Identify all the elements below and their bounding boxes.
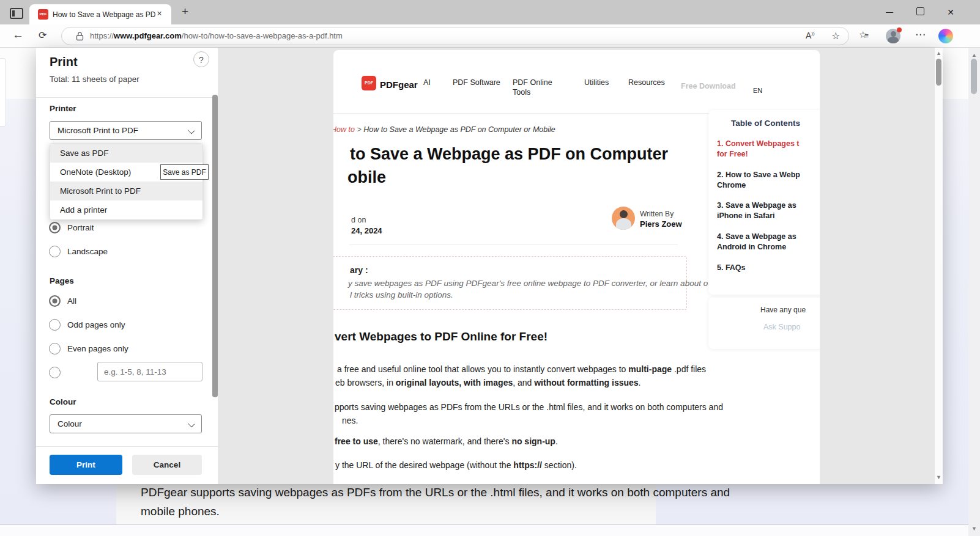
brand-name: PDFgear <box>380 79 418 90</box>
nav-item-pdf-online-tools-2[interactable]: Tools <box>513 88 530 97</box>
paragraph-line: nes. <box>342 416 358 425</box>
pages-all-label[interactable]: All <box>67 296 76 306</box>
preview-scrollbar[interactable]: ▲ ▼ <box>935 48 943 484</box>
preview-scroll-up-icon[interactable]: ▲ <box>935 50 943 56</box>
refresh-button[interactable]: ⟳ <box>39 29 46 41</box>
favorites-lines: ≡ <box>864 32 868 39</box>
new-tab-button[interactable]: + <box>182 5 188 18</box>
browser-tab[interactable]: PDF How to Save a Webpage as PDF [C ✕ <box>29 4 171 24</box>
maximize-button[interactable] <box>907 0 934 24</box>
pages-all-radio[interactable] <box>49 295 61 307</box>
author-name[interactable]: Piers Zoew <box>640 219 682 229</box>
profile-notification-dot <box>897 28 902 32</box>
close-window-button[interactable]: ✕ <box>937 0 964 24</box>
nav-item-resources[interactable]: Resources <box>628 78 665 87</box>
printer-select[interactable]: Microsoft Print to PDF <box>50 121 202 140</box>
nav-free-download[interactable]: Free Download <box>681 82 736 90</box>
nav-item-pdf-software[interactable]: PDF Software <box>453 78 500 87</box>
help-button[interactable]: ? <box>193 51 209 67</box>
dialog-footer-divider <box>36 446 218 447</box>
pages-custom-radio[interactable] <box>49 367 61 378</box>
settings-menu-icon[interactable]: ⋯ <box>915 28 926 41</box>
toc-item-4[interactable]: 4. Save a Webpage as <box>717 232 796 241</box>
dialog-divider <box>36 97 218 98</box>
url-path: /how-to/how-to-save-a-webpage-as-a-pdf.h… <box>182 31 343 40</box>
toc-item-4-line2[interactable]: Android in Chrome <box>717 243 786 251</box>
summary-line1: y save webpages as PDF using PDFgear's f… <box>348 279 722 288</box>
author-avatar <box>612 207 635 230</box>
colour-select[interactable]: Colour <box>50 414 202 433</box>
webpage-bottom-strip <box>0 524 968 536</box>
toc-item-5[interactable]: 5. FAQs <box>717 263 746 272</box>
nav-language[interactable]: EN <box>753 87 762 94</box>
toc-item-2[interactable]: 2. How to Save a Webp <box>717 171 800 179</box>
tab-close-icon[interactable]: ✕ <box>157 10 162 18</box>
portrait-label[interactable]: Portrait <box>67 223 94 232</box>
read-aloud-icon[interactable]: A)) <box>806 31 815 40</box>
nav-item-ai[interactable]: AI <box>423 78 431 87</box>
pages-even-radio[interactable] <box>49 343 61 354</box>
print-dialog-title: Print <box>50 55 78 69</box>
tab-actions-icon[interactable] <box>10 8 23 19</box>
browser-scroll-up-icon[interactable]: ▲ <box>968 52 980 58</box>
printer-option-save-as-pdf[interactable]: Save as PDF <box>50 144 202 163</box>
breadcrumb: How to > How to Save a Webpage as PDF on… <box>333 125 555 134</box>
favorites-bar-icon[interactable]: ☆≡ <box>859 29 869 40</box>
preview-scrollbar-thumb[interactable] <box>936 59 941 86</box>
portrait-radio[interactable] <box>49 222 61 233</box>
print-dialog: Print ? Total: 11 sheets of paper Printe… <box>36 48 218 484</box>
toc-item-3[interactable]: 3. Save a Webpage as <box>717 201 796 210</box>
printer-option-ms-print-to-pdf[interactable]: Microsoft Print to PDF <box>50 182 202 200</box>
read-aloud-letter: A <box>806 31 811 40</box>
save-as-pdf-tooltip: Save as PDF <box>160 164 209 180</box>
page-range-input[interactable] <box>97 362 202 381</box>
printer-dropdown-menu: Save as PDF OneNote (Desktop) Microsoft … <box>50 143 203 220</box>
breadcrumb-howto-link[interactable]: How to <box>333 125 355 134</box>
ask-support-link[interactable]: Ask Suppo <box>763 323 800 331</box>
landscape-label[interactable]: Landscape <box>67 247 108 256</box>
landscape-radio[interactable] <box>49 246 61 257</box>
back-button[interactable]: ← <box>12 28 24 42</box>
url-domain: www.pdfgear.com <box>114 31 182 40</box>
preview-scroll-down-icon[interactable]: ▼ <box>935 474 943 480</box>
toc-item-1[interactable]: 1. Convert Webpages t <box>717 139 800 148</box>
favorite-star-icon[interactable]: ☆ <box>831 30 840 42</box>
toc-item-3-line2[interactable]: iPhone in Safari <box>717 211 774 220</box>
toc-title: Table of Contents <box>731 119 800 128</box>
minimize-button[interactable]: — <box>876 0 903 24</box>
colour-select-value: Colour <box>58 419 82 428</box>
print-preview-modal: PDF PDFgear AI PDF Software PDF Online T… <box>36 48 942 484</box>
browser-scroll-down-icon[interactable]: ▼ <box>968 526 980 532</box>
print-button[interactable]: Print <box>50 455 122 475</box>
article-title-line2: obile <box>347 168 386 187</box>
updated-on-label: d on <box>351 216 366 224</box>
pages-odd-label[interactable]: Odd pages only <box>67 320 125 329</box>
browser-scrollbar-thumb[interactable] <box>971 59 977 94</box>
dialog-scrollbar-thumb[interactable] <box>212 95 218 397</box>
pages-odd-radio[interactable] <box>49 319 61 331</box>
support-question: Have any que <box>760 306 806 314</box>
paragraph-line: y the URL of the desired webpage (withou… <box>335 460 577 470</box>
pages-even-label[interactable]: Even pages only <box>67 344 128 353</box>
printer-option-add-printer[interactable]: Add a printer <box>50 200 202 219</box>
toc-item-1-line2[interactable]: for Free! <box>717 150 748 158</box>
section-heading: vert Webpages to PDF Online for Free! <box>335 330 548 343</box>
pdfgear-favicon: PDF <box>38 9 48 20</box>
cancel-button[interactable]: Cancel <box>132 455 202 475</box>
pages-label: Pages <box>50 276 74 285</box>
summary-title: ary : <box>350 265 368 275</box>
tab-title: How to Save a Webpage as PDF [C <box>53 10 155 19</box>
table-of-contents: Table of Contents 1. Convert Webpages t … <box>708 110 820 295</box>
nav-item-utilities[interactable]: Utilities <box>584 78 609 87</box>
browser-window: PDF How to Save a Webpage as PDF [C ✕ + … <box>0 0 980 536</box>
toc-item-2-line2[interactable]: Chrome <box>717 181 746 189</box>
pdfgear-logo: PDF <box>362 76 376 90</box>
browser-scrollbar[interactable]: ▲ ▼ <box>968 48 980 536</box>
maximize-icon <box>916 7 924 15</box>
copilot-icon[interactable] <box>938 29 953 43</box>
tab-bar: PDF How to Save a Webpage as PDF [C ✕ + … <box>0 0 980 24</box>
nav-item-pdf-online-tools[interactable]: PDF Online <box>513 78 552 87</box>
webpage-bottom-text-block: PDFgear supports saving webpages as PDFs… <box>116 484 656 524</box>
address-bar[interactable]: https://www.pdfgear.com/how-to/how-to-sa… <box>61 27 849 45</box>
article-title-line1: to Save a Webpage as PDF on Computer <box>350 145 668 164</box>
